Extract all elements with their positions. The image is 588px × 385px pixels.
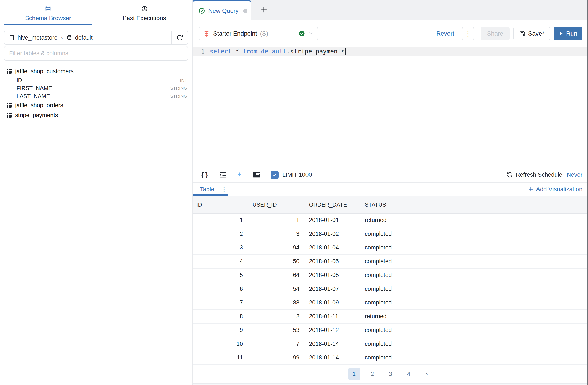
cell-user_id: 53 <box>293 327 305 333</box>
cell-order_date: 2018-01-07 <box>305 286 361 292</box>
column-header-user_id[interactable]: USER_ID <box>249 196 305 213</box>
kebab-icon: ⋮ <box>465 29 472 38</box>
cell-order_date: 2018-01-11 <box>305 313 361 320</box>
page-button-3[interactable]: 3 <box>384 368 397 380</box>
endpoint-size: (S) <box>260 30 268 37</box>
table-row: 232018-01-02completed <box>193 227 587 241</box>
next-page-button[interactable]: › <box>421 368 433 380</box>
catalog-icon <box>9 35 15 41</box>
run-button[interactable]: Run <box>554 27 582 40</box>
page-button-1[interactable]: 1 <box>348 368 360 380</box>
table-grid-icon <box>6 102 12 108</box>
check-circle-icon <box>199 8 205 14</box>
sql-code: select * from default.stripe_payments <box>207 48 346 55</box>
results-table-body: 112018-01-01returned232018-01-02complete… <box>193 214 587 365</box>
share-button[interactable]: Share <box>481 27 510 40</box>
table-row: 5642018-01-05completed <box>193 269 587 282</box>
table-row: 822018-01-11returned <box>193 310 587 324</box>
sql-editor-app: Schema Browser Past Executions <box>0 0 588 385</box>
save-button[interactable]: Save* <box>513 27 550 40</box>
new-tab-button[interactable] <box>257 0 271 20</box>
sql-token: default <box>261 48 286 55</box>
add-visualization-button[interactable]: Add Visualization <box>528 186 582 193</box>
schema-column-FIRST_NAME[interactable]: FIRST_NAMESTRING <box>6 84 187 92</box>
cell-status: completed <box>361 244 423 251</box>
cell-order_date: 2018-01-12 <box>305 327 361 333</box>
revert-button[interactable]: Revert <box>437 30 454 37</box>
footer-strip <box>193 383 588 385</box>
format-indent-icon[interactable] <box>219 171 227 178</box>
refresh-icon <box>176 34 183 41</box>
database-icon <box>44 5 52 13</box>
schema-table-list: jaffle_shop_customersIDINTFIRST_NAMESTRI… <box>0 66 192 120</box>
table-row: 6542018-01-07completed <box>193 282 587 296</box>
text-cursor <box>345 48 346 55</box>
schema-breadcrumb[interactable]: hive_metastore › default <box>4 31 171 44</box>
cell-order_date: 2018-01-04 <box>305 244 361 251</box>
sql-editor[interactable]: 1 select * from default.stripe_payments <box>193 47 588 167</box>
results-header: Table ⋮ Add Visualization <box>193 182 588 196</box>
tab-schema-browser[interactable]: Schema Browser <box>0 0 96 25</box>
plus-icon <box>528 186 534 192</box>
schema-table-label: stripe_payments <box>15 112 58 119</box>
refresh-schema-button[interactable] <box>171 31 188 44</box>
table-row: 7882018-01-09completed <box>193 296 587 310</box>
column-header-status[interactable]: STATUS <box>361 196 423 213</box>
tab-past-executions[interactable]: Past Executions <box>96 0 193 25</box>
breadcrumb-schema[interactable]: default <box>75 34 93 41</box>
more-actions-button[interactable]: ⋮ <box>462 27 474 40</box>
cell-status: completed <box>361 299 423 306</box>
sql-token: from <box>243 48 257 55</box>
schema-icon <box>66 35 72 41</box>
sql-token <box>232 48 235 55</box>
tab-new-query[interactable]: New Query <box>193 0 251 20</box>
cell-order_date: 2018-01-14 <box>305 354 361 361</box>
tab-table[interactable]: Table <box>200 186 214 193</box>
schema-column-ID[interactable]: IDINT <box>6 76 187 84</box>
keyboard-icon[interactable] <box>252 171 261 178</box>
schema-table-jaffle_shop_customers[interactable]: jaffle_shop_customers <box>6 66 187 76</box>
endpoint-stack-icon <box>203 30 210 37</box>
cell-user_id: 2 <box>296 313 305 320</box>
refresh-schedule-value[interactable]: Never <box>567 171 582 178</box>
cell-user_id: 64 <box>293 272 305 278</box>
schema-column-LAST_NAME[interactable]: LAST_NAMESTRING <box>6 92 187 100</box>
schema-table-stripe_payments[interactable]: stripe_payments <box>6 110 187 120</box>
braces-icon[interactable]: {} <box>200 171 209 179</box>
cell-status: returned <box>361 313 423 320</box>
page-button-2[interactable]: 2 <box>366 368 378 380</box>
table-row: 112018-01-01returned <box>193 214 587 227</box>
lightning-icon[interactable] <box>236 171 242 178</box>
pagination: 1234› <box>193 365 588 384</box>
schema-table-jaffle_shop_orders[interactable]: jaffle_shop_orders <box>6 100 187 110</box>
schema-table-label: jaffle_shop_orders <box>15 102 63 109</box>
sql-token: * <box>235 48 239 55</box>
limit-checkbox[interactable] <box>271 171 279 179</box>
refresh-schedule-icon <box>507 172 513 178</box>
query-header: Starter Endpoint (S) Revert ⋮ Sh <box>193 20 588 47</box>
editor-active-line: 1 select * from default.stripe_payments <box>193 47 588 56</box>
breadcrumb-catalog[interactable]: hive_metastore <box>18 34 58 41</box>
filter-input[interactable] <box>4 46 188 61</box>
tab-label: Schema Browser <box>25 15 71 22</box>
cell-user_id: 50 <box>293 258 305 265</box>
cell-status: completed <box>361 354 423 361</box>
play-icon <box>559 31 563 36</box>
column-header-order_date[interactable]: ORDER_DATE <box>305 196 361 213</box>
cell-status: completed <box>361 272 423 278</box>
cell-id: 11 <box>237 354 249 361</box>
cell-user_id: 54 <box>293 286 305 292</box>
limit-toggle[interactable]: LIMIT 1000 <box>271 171 312 179</box>
column-header-id[interactable]: ID <box>193 196 249 213</box>
page-button-4[interactable]: 4 <box>403 368 415 380</box>
endpoint-selector[interactable]: Starter Endpoint (S) <box>199 27 318 40</box>
history-icon <box>141 5 148 13</box>
cell-id: 5 <box>240 272 249 278</box>
schema-column-name: FIRST_NAME <box>17 85 52 92</box>
editor-toolbar: {} <box>193 167 588 182</box>
line-number: 1 <box>193 48 207 55</box>
results-table-header: IDUSER_IDORDER_DATESTATUS <box>193 196 587 214</box>
table-options-kebab[interactable]: ⋮ <box>221 186 227 193</box>
cell-id: 10 <box>236 341 249 347</box>
cell-id: 4 <box>240 258 249 265</box>
